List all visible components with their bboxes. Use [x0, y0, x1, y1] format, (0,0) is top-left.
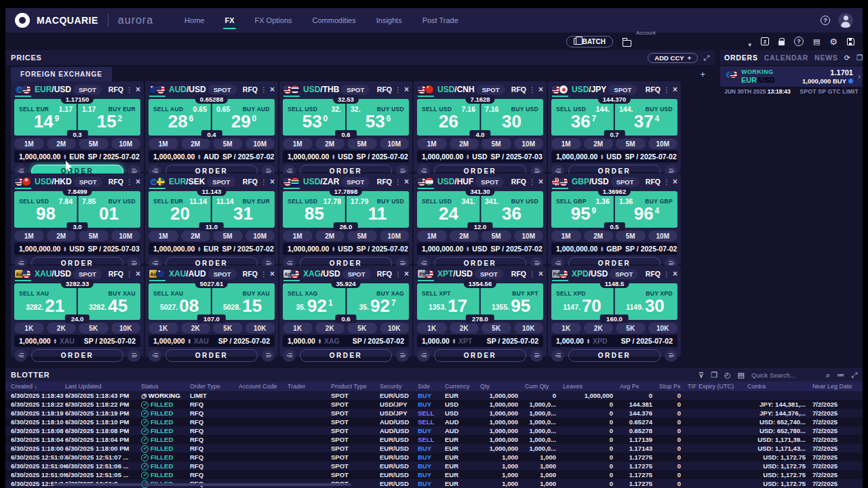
quick-search-input[interactable] [751, 371, 819, 379]
amount-stepper[interactable]: ▴▾ [64, 154, 66, 160]
document-icon[interactable]: ▤ [813, 38, 820, 45]
spot-tenor-pill[interactable]: SPOT [73, 269, 102, 279]
amount-stepper[interactable]: ▴▾ [601, 154, 603, 160]
settlement-date[interactable]: SP / 2025-07-02 [625, 152, 677, 161]
tenor-button-1[interactable]: 1K [283, 323, 313, 333]
amount-input[interactable]: 1,000,000 [19, 337, 51, 345]
tile-close-icon[interactable]: × [673, 177, 677, 186]
spot-tenor-pill[interactable]: SPOT [477, 85, 505, 95]
amount-input[interactable]: 1,000,000.00 [422, 245, 463, 253]
amount-currency[interactable]: XAU [60, 337, 75, 345]
tenor-button-1[interactable]: 1M [149, 138, 178, 149]
amount-input[interactable]: 1,000,000.00 [153, 152, 195, 161]
amount-stepper[interactable]: ▴▾ [54, 338, 56, 344]
tenor-button-4[interactable]: 10M [245, 138, 275, 149]
search-icon[interactable]: ⌕ [826, 371, 830, 380]
settlement-date[interactable]: SP / 2025-07-02 [357, 152, 408, 161]
chevron-right-icon[interactable]: › [858, 72, 861, 81]
tenor-button-4[interactable]: 10K [111, 323, 141, 333]
spot-tenor-pill[interactable]: SPOT [208, 85, 237, 95]
tenor-button-1[interactable]: 1M [283, 230, 313, 241]
amount-input[interactable]: 1,000,000.00 [19, 245, 60, 253]
order-button[interactable]: ORDER [434, 349, 526, 362]
tile-close-icon[interactable]: × [673, 85, 677, 94]
layout-windows-icon[interactable]: 2 [761, 37, 769, 45]
spot-tenor-pill[interactable]: SPOT [342, 269, 371, 279]
tenor-button-1[interactable]: 1K [417, 323, 447, 333]
rfq-button[interactable]: RFQ [108, 178, 123, 186]
tenor-button-3[interactable]: 5M [79, 230, 108, 241]
tenor-button-2[interactable]: 2M [450, 138, 479, 149]
amount-stepper[interactable]: ▴▾ [64, 246, 66, 252]
tenor-button-1[interactable]: 1K [149, 323, 178, 333]
tile-close-icon[interactable]: × [270, 269, 275, 279]
tile-close-icon[interactable]: × [404, 269, 409, 279]
nav-item-insights[interactable]: Insights [375, 9, 403, 31]
tenor-button-2[interactable]: 2M [47, 138, 77, 149]
blotter-row[interactable]: 6/30/2025 1:18:22 PM 6/30/2025 1:18:22 P… [5, 400, 863, 409]
tile-menu-icon[interactable]: ⋮ [528, 270, 536, 278]
amount-input[interactable]: 1,000,000.00 [19, 152, 60, 161]
tenor-button-4[interactable]: 10K [380, 323, 410, 333]
tile-close-icon[interactable]: × [538, 269, 543, 279]
amount-currency[interactable]: USD [606, 152, 621, 161]
tile-close-icon[interactable]: × [270, 85, 275, 94]
tenor-button-1[interactable]: 1M [551, 138, 581, 149]
help-icon[interactable]: ? [821, 16, 830, 25]
column-header[interactable]: Qty [480, 383, 525, 390]
blotter-row[interactable]: 6/30/2025 12:51:07 ... 6/30/2025 12:51:0… [5, 453, 863, 462]
rfq-button[interactable]: RFQ [511, 178, 526, 186]
depth-left-icon[interactable]: ‹☰ [283, 349, 296, 362]
column-header[interactable]: Order Type [190, 383, 239, 390]
nav-item-fx-options[interactable]: FX Options [254, 9, 294, 31]
rfq-button[interactable]: RFQ [646, 85, 660, 94]
blotter-row[interactable]: 6/30/2025 1:18:10 PM 6/30/2025 1:18:10 P… [5, 418, 863, 426]
tile-menu-icon[interactable]: ⋮ [394, 86, 402, 94]
expand-icon[interactable]: ⤢ [703, 54, 709, 62]
tenor-button-4[interactable]: 10M [111, 230, 141, 241]
tenor-button-2[interactable]: 2M [47, 230, 77, 241]
order-button[interactable]: ORDER [31, 349, 123, 362]
settlement-date[interactable]: SP / 2025-07-02 [487, 337, 538, 345]
account-dropdown[interactable]: Account ▾ [623, 35, 751, 48]
tenor-button-3[interactable]: 5M [481, 230, 511, 241]
help-icon[interactable]: ? [794, 37, 804, 46]
tenor-button-2[interactable]: 2K [450, 323, 479, 333]
tenor-button-3[interactable]: 5K [616, 323, 646, 333]
depth-right-icon[interactable]: ☰› [530, 349, 543, 362]
column-header[interactable]: Avg Px [620, 383, 659, 390]
settlement-date[interactable]: SP / 2025-07-02 [222, 245, 274, 253]
tenor-button-2[interactable]: 2M [181, 138, 211, 149]
column-header[interactable]: Cum Qty [525, 383, 563, 390]
tenor-button-1[interactable]: 1M [283, 138, 313, 149]
tile-close-icon[interactable]: × [404, 85, 409, 94]
column-header[interactable]: Account Code [239, 383, 288, 390]
amount-input[interactable]: 1,000,000.00 [288, 152, 329, 161]
tenor-button-4[interactable]: 10M [380, 138, 410, 149]
spot-tenor-pill[interactable]: SPOT [341, 85, 370, 95]
tile-menu-icon[interactable]: ⋮ [663, 270, 671, 278]
amount-input[interactable]: 1,000,000.00 [556, 245, 597, 253]
amount-stepper[interactable]: ▴▾ [601, 246, 603, 252]
amount-stepper[interactable]: ▴▾ [198, 154, 200, 160]
tile-menu-icon[interactable]: ⋮ [528, 86, 536, 94]
tile-menu-icon[interactable]: ⋮ [260, 178, 268, 186]
tenor-button-1[interactable]: 1M [149, 230, 178, 241]
spot-tenor-pill[interactable]: SPOT [608, 85, 637, 95]
spot-tenor-pill[interactable]: SPOT [73, 85, 102, 95]
column-header[interactable]: TIF Expiry (UTC) [688, 383, 747, 390]
tenor-button-1[interactable]: 1M [14, 230, 44, 241]
blotter-row[interactable]: 6/30/2025 1:18:08 PM 6/30/2025 1:18:08 P… [5, 426, 863, 435]
add-tab-icon[interactable]: + [700, 69, 705, 79]
amount-stepper[interactable]: ▴▾ [467, 154, 469, 160]
column-header[interactable]: Trader [288, 383, 331, 390]
blotter-row[interactable]: 6/30/2025 12:51:05 ... 6/30/2025 12:51:0… [5, 470, 863, 479]
popout-icon[interactable]: ❐ [856, 54, 863, 62]
rfq-button[interactable]: RFQ [243, 178, 258, 186]
tenor-button-1[interactable]: 1M [14, 138, 44, 149]
refresh-icon[interactable]: ⟳ [844, 54, 850, 62]
tile-close-icon[interactable]: × [136, 177, 140, 186]
amount-currency[interactable]: XAG [324, 337, 340, 345]
tenor-button-3[interactable]: 5M [347, 230, 377, 241]
tenor-button-2[interactable]: 2M [450, 230, 479, 241]
